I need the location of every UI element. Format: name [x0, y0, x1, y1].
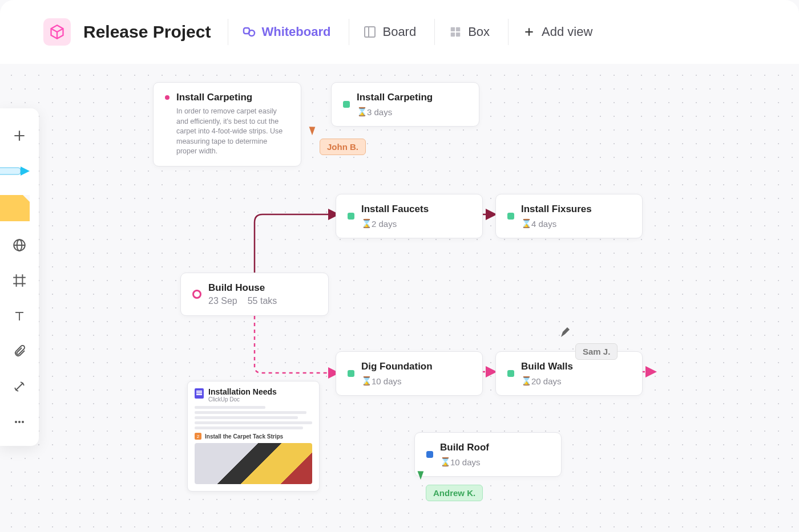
card-duration: 20 days: [531, 376, 562, 386]
status-dot-icon: [343, 101, 350, 108]
whiteboard-icon: [242, 25, 256, 39]
frame-icon: [12, 273, 27, 288]
connector-tool[interactable]: [6, 373, 33, 400]
card-build-walls[interactable]: Build Walls ⌛20 days: [495, 351, 643, 396]
globe-icon: [12, 238, 27, 253]
tab-label: Add view: [542, 25, 592, 39]
tab-whiteboard[interactable]: Whiteboard: [228, 19, 344, 45]
card-description: In order to remove carpet easily and eff…: [176, 107, 289, 157]
user-tag-sam: Sam J.: [575, 343, 618, 360]
text-icon: [13, 309, 26, 323]
app-header: Release Project Whiteboard Board Box: [0, 0, 799, 64]
card-duration: 2 days: [372, 219, 397, 229]
project-title: Release Project: [83, 22, 211, 42]
svg-rect-6: [451, 33, 455, 36]
svg-point-26: [22, 421, 24, 423]
frame-tool[interactable]: [6, 267, 33, 294]
tab-label: Whiteboard: [261, 25, 330, 39]
card-title: Build Roof: [440, 442, 550, 453]
card-title: Build Walls: [521, 361, 631, 372]
card-install-carpeting[interactable]: Install Carpeting ⌛3 days: [331, 82, 479, 127]
paperclip-icon: [13, 344, 26, 358]
status-dot-icon: [165, 95, 170, 100]
status-dot-icon: [507, 370, 514, 377]
hourglass-icon: ⌛: [361, 376, 368, 386]
svg-rect-7: [456, 33, 460, 36]
pencil-cursor-icon: [559, 326, 572, 339]
doc-section-title: Install the Carpet Tack Strips: [205, 433, 283, 440]
svg-point-25: [18, 421, 21, 423]
card-title: Install Carpeting: [357, 92, 467, 103]
hourglass-icon: ⌛: [361, 218, 368, 229]
status-dot-icon: [426, 451, 433, 458]
project-icon: [43, 18, 71, 46]
card-duration: 10 days: [372, 376, 402, 386]
card-title: Dig Foundation: [361, 361, 471, 372]
hourglass-icon: ⌛: [440, 457, 447, 467]
hourglass-icon: ⌛: [521, 218, 528, 229]
doc-card[interactable]: Installation Needs ClickUp Doc 2 Install…: [187, 381, 320, 492]
whiteboard-canvas[interactable]: Install Carpeting In order to remove car…: [0, 64, 799, 532]
card-title: Install Carpeting: [176, 92, 289, 103]
card-title: Build House: [208, 282, 317, 294]
svg-marker-13: [21, 166, 30, 176]
card-duration: 3 days: [367, 107, 392, 117]
status-dot-icon: [507, 213, 514, 220]
pen-icon: [0, 163, 30, 179]
user-tag-andrew: Andrew K.: [426, 485, 483, 501]
tab-add-view[interactable]: Add view: [508, 19, 606, 45]
text-tool[interactable]: [6, 302, 33, 330]
doc-section-number: 2: [195, 433, 201, 440]
connector-icon: [13, 380, 26, 393]
status-dot-icon: [348, 370, 354, 377]
doc-body: 2 Install the Carpet Tack Strips: [195, 406, 312, 484]
sticky-note-tool[interactable]: [0, 193, 39, 224]
more-icon: [13, 415, 26, 429]
card-title: Install Faucets: [361, 204, 471, 215]
svg-line-23: [16, 383, 23, 390]
tab-label: Box: [468, 25, 490, 39]
tab-label: Board: [382, 25, 416, 39]
connector-line: [641, 366, 659, 377]
card-note-carpeting[interactable]: Install Carpeting In order to remove car…: [153, 82, 301, 166]
status-ring-icon: [192, 290, 201, 299]
tab-board[interactable]: Board: [349, 19, 430, 45]
status-dot-icon: [348, 213, 354, 220]
hourglass-icon: ⌛: [357, 107, 364, 117]
svg-rect-5: [456, 27, 460, 31]
card-date: 23 Sep: [208, 296, 237, 306]
tab-box[interactable]: Box: [434, 19, 503, 45]
user-tag-john: John B.: [320, 139, 366, 155]
svg-rect-4: [451, 27, 455, 31]
hourglass-icon: ⌛: [521, 376, 528, 386]
connector-line: [251, 309, 342, 377]
doc-title: Installation Needs: [208, 387, 277, 396]
svg-rect-12: [0, 168, 21, 174]
cursor-icon: [309, 125, 318, 135]
doc-subtitle: ClickUp Doc: [208, 396, 277, 403]
card-install-faucets[interactable]: Install Faucets ⌛2 days: [336, 194, 483, 238]
doc-icon: [195, 388, 204, 399]
card-build-house[interactable]: Build House 23 Sep 55 taks: [180, 273, 329, 316]
box-icon: [449, 25, 462, 39]
card-dig-foundation[interactable]: Dig Foundation ⌛10 days: [336, 351, 483, 396]
card-tasks: 55 taks: [248, 296, 277, 306]
attachment-tool[interactable]: [6, 338, 33, 365]
more-button[interactable]: [6, 408, 33, 436]
card-duration: 4 days: [531, 219, 556, 229]
add-button[interactable]: [6, 122, 33, 149]
card-title: Install Fixsures: [521, 204, 631, 215]
pen-tool[interactable]: [0, 157, 39, 185]
card-build-roof[interactable]: Build Roof ⌛10 days: [414, 432, 562, 477]
board-icon: [363, 25, 377, 39]
web-tool[interactable]: [6, 232, 33, 259]
card-duration: 10 days: [450, 457, 481, 467]
sticky-note-icon: [0, 195, 30, 221]
svg-point-24: [15, 421, 17, 423]
doc-image: [195, 443, 312, 484]
card-install-fixsures[interactable]: Install Fixsures ⌛4 days: [495, 194, 643, 238]
plus-icon: [522, 25, 536, 39]
canvas-toolbar: [0, 108, 39, 446]
svg-rect-2: [365, 27, 375, 37]
